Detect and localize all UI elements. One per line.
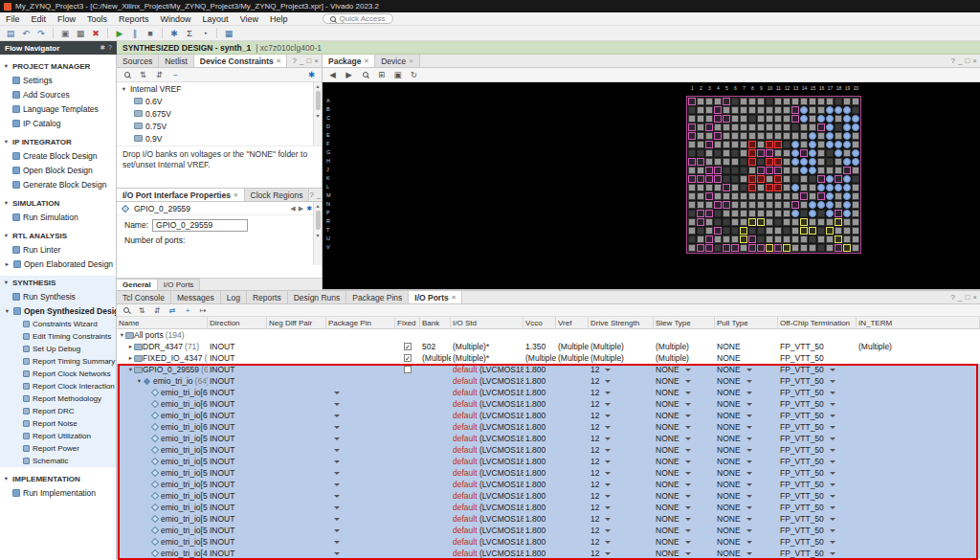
nav-section-header-implementation[interactable]: ▾IMPLEMENTATION [0,472,116,485]
package-pin[interactable] [843,123,851,131]
tab-clock-regions[interactable]: Clock Regions [245,189,310,201]
package-pin[interactable] [774,175,782,183]
paste-icon[interactable]: ▦ [74,27,87,39]
layout-icon[interactable]: ▦ [222,27,235,39]
package-pin[interactable] [697,210,704,217]
package-pin[interactable] [714,98,722,105]
package-pin[interactable] [723,98,730,105]
collapse-all-icon[interactable]: ⇵ [151,305,163,316]
package-pin[interactable] [705,192,713,200]
package-pin[interactable] [731,98,739,105]
package-pin[interactable] [740,218,747,226]
package-pin[interactable] [740,244,747,252]
package-pin[interactable] [774,201,782,209]
io-port-row[interactable]: emio_tri_io[52]INOUTdefault (LVCMOS18)1.… [117,513,980,525]
package-pin[interactable] [748,98,756,105]
nav-item-report-methodology[interactable]: Report Methodology [0,392,116,405]
forward-icon[interactable]: ▶ [299,205,303,213]
dropdown-caret-icon[interactable] [605,449,611,452]
package-pin[interactable] [843,149,851,157]
tab-package[interactable]: Package× [323,55,375,67]
package-pin[interactable] [688,141,696,148]
copy-icon[interactable]: ▣ [58,27,72,39]
package-pin[interactable] [740,98,747,105]
package-pin[interactable] [809,218,816,226]
package-pin[interactable] [697,98,704,105]
package-pin[interactable] [748,158,756,166]
package-pin[interactable] [697,184,704,191]
dropdown-caret-icon[interactable] [685,506,691,509]
scroll-up-icon[interactable]: ▴ [316,202,319,209]
nav-item-generate-block-design[interactable]: Generate Block Design [0,177,116,191]
dropdown-caret-icon[interactable] [334,414,340,417]
dropdown-caret-icon[interactable] [605,414,611,417]
menu-tools[interactable]: Tools [81,14,113,24]
package-pin[interactable] [791,201,799,209]
dropdown-caret-icon[interactable] [830,426,835,429]
package-pin[interactable] [748,115,756,123]
vref-item-0-9v[interactable]: 0.9V [117,132,322,145]
dropdown-caret-icon[interactable] [830,552,835,555]
package-pin[interactable] [800,201,808,209]
tab-tcl-console[interactable]: Tcl Console [117,291,171,303]
package-pin[interactable] [852,158,859,166]
package-pin[interactable] [757,175,765,183]
package-pin[interactable] [714,175,722,183]
nav-item-report-drc[interactable]: Report DRC [0,405,116,417]
tab-sources[interactable]: Sources [117,55,159,67]
package-pin[interactable] [748,218,756,226]
package-pin[interactable] [809,175,816,183]
dropdown-caret-icon[interactable] [605,552,611,555]
package-pin[interactable] [740,149,747,157]
package-pin[interactable] [714,158,722,166]
package-pin[interactable] [835,184,842,191]
dropdown-caret-icon[interactable] [605,518,611,521]
package-pin[interactable] [800,218,808,226]
package-pin[interactable] [774,115,782,123]
nav-item-open-elaborated-design[interactable]: ▸Open Elaborated Design [0,257,116,271]
properties-scrollbar[interactable]: ▴ ▾ [313,202,322,265]
close-icon[interactable]: × [314,56,319,65]
dropdown-caret-icon[interactable] [830,369,835,371]
dropdown-caret-icon[interactable] [605,380,611,383]
tab-messages[interactable]: Messages [171,291,221,303]
dropdown-caret-icon[interactable] [685,380,691,383]
package-pin[interactable] [766,115,773,123]
package-pin[interactable] [791,244,799,252]
expand-all-icon[interactable]: ⇅ [136,305,147,316]
package-pin[interactable] [697,106,704,114]
package-pin[interactable] [757,192,765,200]
package-pin[interactable] [766,227,773,235]
dropdown-caret-icon[interactable] [685,472,691,475]
menu-reports[interactable]: Reports [113,14,155,24]
dropdown-caret-icon[interactable] [605,392,611,394]
package-pin[interactable] [766,132,773,140]
package-pin[interactable] [783,123,791,131]
package-pin[interactable] [757,149,765,157]
package-pin[interactable] [766,158,773,166]
package-pin[interactable] [843,141,851,148]
package-pin[interactable] [826,123,834,131]
package-pin[interactable] [791,218,799,226]
nav-section-header-synthesis[interactable]: ▾SYNTHESIS [0,276,116,289]
package-pin[interactable] [774,210,782,217]
package-pin[interactable] [809,184,816,191]
package-pin[interactable] [843,244,851,252]
col-header-vcco[interactable]: Vcco [523,317,556,328]
menu-edit[interactable]: Edit [26,14,53,24]
dropdown-caret-icon[interactable] [334,472,340,475]
package-pin[interactable] [705,115,713,123]
package-pin[interactable] [800,184,808,191]
dropdown-caret-icon[interactable] [605,369,611,371]
package-pin[interactable] [826,149,834,157]
package-pin[interactable] [835,149,842,157]
package-pin[interactable] [748,123,756,131]
package-pin[interactable] [697,201,704,209]
package-pin[interactable] [766,98,773,105]
package-pin[interactable] [714,227,722,235]
save-icon[interactable]: ▤ [4,27,17,39]
package-pin[interactable] [714,201,722,209]
dropdown-caret-icon[interactable] [746,506,752,509]
package-pin[interactable] [783,192,791,200]
package-pin[interactable] [740,115,747,123]
